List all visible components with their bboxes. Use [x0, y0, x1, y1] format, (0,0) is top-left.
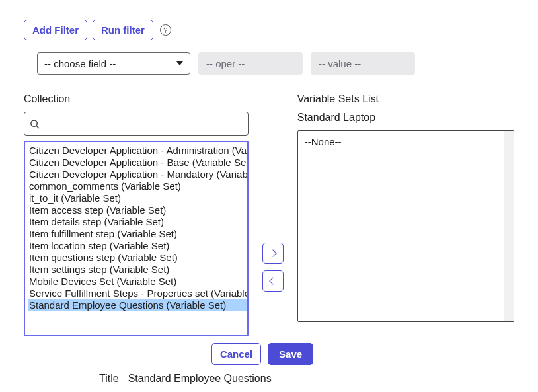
list-item[interactable]: Item fulfillment step (Variable Set) [28, 228, 247, 240]
collection-column: Collection Citizen Developer Application… [24, 93, 249, 336]
oper-box[interactable]: -- oper -- [198, 52, 303, 75]
run-filter-button[interactable]: Run filter [93, 20, 153, 40]
list-item[interactable]: Item settings step (Variable Set) [28, 264, 247, 276]
list-item[interactable]: Item access step (Variable Set) [28, 204, 247, 216]
list-item[interactable]: Standard Employee Questions (Variable Se… [28, 299, 247, 311]
scrollbar[interactable] [504, 131, 514, 321]
list-item[interactable]: Citizen Developer Application - Mandator… [28, 169, 247, 180]
collection-search[interactable] [24, 112, 249, 136]
title-value: Standard Employee Questions [128, 373, 272, 385]
value-box[interactable]: -- value -- [311, 52, 415, 75]
varsets-listbox[interactable]: --None-- [297, 130, 514, 322]
slushbucket: Collection Citizen Developer Application… [24, 93, 514, 336]
collection-listbox[interactable]: Citizen Developer Application - Administ… [24, 141, 249, 336]
search-input[interactable] [40, 118, 243, 130]
list-item[interactable]: Mobile Devices Set (Variable Set) [28, 276, 247, 288]
footer-buttons: Cancel Save [11, 343, 514, 365]
list-item[interactable]: it_to_it (Variable Set) [28, 192, 247, 204]
list-item[interactable]: --None-- [305, 136, 508, 147]
move-buttons [260, 93, 286, 336]
varsets-label: Variable Sets List [297, 93, 514, 105]
value-placeholder: -- value -- [319, 58, 361, 69]
title-row: Title Standard Employee Questions [99, 373, 514, 385]
toolbar: Add Filter Run filter ? [24, 20, 514, 40]
list-item[interactable]: Service Fulfillment Steps - Properties s… [28, 288, 247, 299]
varsets-column: Variable Sets List Standard Laptop --Non… [297, 93, 514, 336]
field-select-value: -- choose field -- [44, 58, 116, 69]
svg-line-1 [36, 126, 39, 128]
caret-down-icon [176, 61, 183, 65]
list-item[interactable]: Citizen Developer Application - Administ… [28, 145, 247, 157]
chevron-left-icon [269, 277, 276, 284]
varsets-sublabel: Standard Laptop [297, 112, 514, 124]
title-label: Title [99, 373, 119, 385]
oper-placeholder: -- oper -- [206, 58, 245, 69]
field-select[interactable]: -- choose field -- [37, 52, 190, 75]
list-item[interactable]: common_comments (Variable Set) [28, 180, 247, 192]
add-filter-button[interactable]: Add Filter [24, 20, 87, 40]
move-right-button[interactable] [262, 243, 284, 264]
move-left-button[interactable] [262, 270, 284, 292]
search-icon [30, 119, 40, 129]
filter-row: -- choose field -- -- oper -- -- value -… [37, 52, 514, 75]
svg-point-0 [31, 120, 37, 126]
list-item[interactable]: Item details step (Variable Set) [28, 216, 247, 228]
list-item[interactable]: Item location step (Variable Set) [28, 240, 247, 252]
chevron-right-icon [269, 249, 276, 256]
list-item[interactable]: Item questions step (Variable Set) [28, 252, 247, 264]
help-icon[interactable]: ? [160, 24, 171, 36]
cancel-button[interactable]: Cancel [211, 343, 261, 365]
save-button[interactable]: Save [268, 343, 313, 365]
collection-label: Collection [24, 93, 249, 105]
list-item[interactable]: Citizen Developer Application - Base (Va… [28, 157, 247, 169]
